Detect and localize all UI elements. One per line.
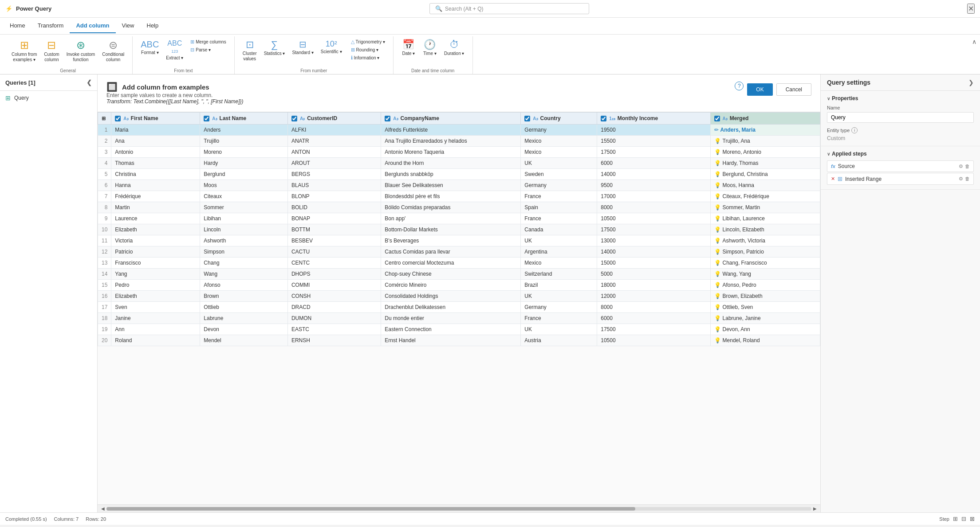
cell-merged[interactable]: 💡Ashworth, Victoria xyxy=(710,235,820,246)
step-inserted-range-delete[interactable]: ✕ xyxy=(831,176,835,182)
table-row[interactable]: 4ThomasHardyAROUTAround the HornUK6000💡H… xyxy=(98,158,820,169)
table-cell[interactable]: Ana Trujillo Emaredados y helados xyxy=(381,136,521,147)
table-cell[interactable]: Victoria xyxy=(111,235,200,246)
ribbon-format[interactable]: ABC Format ▾ xyxy=(138,38,161,57)
table-cell[interactable]: Blondesddsl père et fils xyxy=(381,191,521,202)
ribbon-custom-column[interactable]: ⊟ Customcolumn xyxy=(41,38,62,64)
applied-steps-chevron[interactable]: ∨ xyxy=(827,152,830,156)
cell-merged[interactable]: 💡Devon, Ann xyxy=(710,324,820,335)
table-cell[interactable]: Comércio Mineiro xyxy=(381,280,521,291)
query-item-query[interactable]: ⊞ Query xyxy=(0,91,97,105)
table-cell[interactable]: Janine xyxy=(111,313,200,324)
table-cell[interactable]: Spain xyxy=(521,202,597,213)
ribbon-time[interactable]: 🕐 Time ▾ xyxy=(420,38,440,58)
status-icon-3[interactable]: ⊠ xyxy=(970,515,975,522)
table-row[interactable]: 20RolandMendelERNSHErnst HandelAustria10… xyxy=(98,335,820,346)
table-cell[interactable]: 12000 xyxy=(597,291,710,302)
table-cell[interactable]: France xyxy=(521,313,597,324)
step-source-settings-icon[interactable]: ⚙ xyxy=(959,164,963,169)
table-cell[interactable]: Sweden xyxy=(521,169,597,180)
table-cell[interactable]: Lincoln xyxy=(200,224,288,235)
table-cell[interactable]: CENTC xyxy=(287,258,381,269)
table-row[interactable]: 7FrédériqueCiteauxBLONPBlondesddsl père … xyxy=(98,191,820,202)
table-cell[interactable]: CONSH xyxy=(287,291,381,302)
cell-merged[interactable]: 💡Berglund, Christina xyxy=(710,169,820,180)
cell-merged[interactable]: 💡Moreno, Antonio xyxy=(710,147,820,158)
table-cell[interactable]: Canada xyxy=(521,224,597,235)
table-cell[interactable]: 13000 xyxy=(597,235,710,246)
table-cell[interactable]: Switzerland xyxy=(521,269,597,280)
ribbon-scientific[interactable]: 10² Scientific ▾ xyxy=(318,38,345,56)
table-cell[interactable]: DUMON xyxy=(287,313,381,324)
table-cell[interactable]: 14000 xyxy=(597,169,710,180)
table-row[interactable]: 5ChristinaBerglundBERGSBerglunds snabbkö… xyxy=(98,169,820,180)
table-cell[interactable]: BERGS xyxy=(287,169,381,180)
table-cell[interactable]: Antonio Moreno Taqueria xyxy=(381,147,521,158)
col-header-country[interactable]: Aᵦ Country xyxy=(521,113,597,125)
ribbon-trigonometry[interactable]: △ Trigonometry ▾ xyxy=(348,38,388,46)
cell-merged[interactable]: 💡Simpson, Patricio xyxy=(710,246,820,258)
ribbon-conditional-column[interactable]: ⊜ Conditionalcolumn xyxy=(99,38,127,64)
table-cell[interactable]: Citeaux xyxy=(200,191,288,202)
table-cell[interactable]: Devon xyxy=(200,324,288,335)
table-cell[interactable]: 17000 xyxy=(597,191,710,202)
table-cell[interactable]: Berglund xyxy=(200,169,288,180)
ribbon-collapse-button[interactable]: ∧ xyxy=(972,38,976,45)
ribbon-information[interactable]: ℹ Information ▾ xyxy=(348,54,388,62)
table-cell[interactable]: Roland xyxy=(111,335,200,346)
cell-merged[interactable]: 💡Trujillo, Ana xyxy=(710,136,820,147)
table-cell[interactable]: Germany xyxy=(521,125,597,136)
help-icon[interactable]: ? xyxy=(735,82,744,90)
scroll-right-arrow[interactable]: ▶ xyxy=(811,506,819,511)
table-row[interactable]: 17SvenOttliebDRACDDrachenblut Delikatess… xyxy=(98,302,820,313)
table-cell[interactable]: Cactus Comidas para llevar xyxy=(381,246,521,258)
table-cell[interactable]: 8000 xyxy=(597,302,710,313)
ribbon-merge-columns[interactable]: ⊞ Merge columns xyxy=(188,38,228,46)
table-cell[interactable]: DHOPS xyxy=(287,269,381,280)
col-header-firstname[interactable]: Aᵦ First Name xyxy=(111,113,200,125)
table-cell[interactable]: 19500 xyxy=(597,125,710,136)
table-row[interactable]: 1MariaAndersALFKIAlfreds FutterkisteGerm… xyxy=(98,125,820,136)
ribbon-cluster-values[interactable]: ⊡ Clustervalues xyxy=(240,38,260,63)
ok-button[interactable]: OK xyxy=(747,83,772,96)
menu-home[interactable]: Home xyxy=(4,19,31,33)
table-cell[interactable]: Mexico xyxy=(521,147,597,158)
table-cell[interactable]: UK xyxy=(521,324,597,335)
table-cell[interactable]: Simpson xyxy=(200,246,288,258)
ribbon-rounding[interactable]: ⊞ Rounding ▾ xyxy=(348,46,388,54)
close-button[interactable]: ✕ xyxy=(967,4,975,14)
table-cell[interactable]: Germany xyxy=(521,302,597,313)
scroll-thumb[interactable] xyxy=(106,507,635,511)
table-cell[interactable]: Eastern Connection xyxy=(381,324,521,335)
table-cell[interactable]: Blauer See Delikatessen xyxy=(381,180,521,191)
table-cell[interactable]: DRACD xyxy=(287,302,381,313)
table-cell[interactable]: 17500 xyxy=(597,147,710,158)
menu-transform[interactable]: Transform xyxy=(31,19,70,33)
cell-merged[interactable]: 💡Mendel, Roland xyxy=(710,335,820,346)
table-cell[interactable]: 6000 xyxy=(597,313,710,324)
status-icon-1[interactable]: ⊞ xyxy=(953,515,958,522)
ribbon-date[interactable]: 📅 Date ▾ xyxy=(399,38,418,58)
table-cell[interactable]: Patricio xyxy=(111,246,200,258)
cell-merged[interactable]: 💡Wang, Yang xyxy=(710,269,820,280)
cancel-button[interactable]: Cancel xyxy=(776,83,811,96)
table-cell[interactable]: Argentina xyxy=(521,246,597,258)
table-row[interactable]: 9LaurenceLibihanBONAPBon app'France10500… xyxy=(98,213,820,224)
table-cell[interactable]: BLONP xyxy=(287,191,381,202)
table-cell[interactable]: Ashworth xyxy=(200,235,288,246)
table-cell[interactable]: Du monde entier xyxy=(381,313,521,324)
table-cell[interactable]: Germany xyxy=(521,180,597,191)
data-table-wrapper[interactable]: ⊞ Aᵦ First Name Aᵦ xyxy=(98,112,820,504)
col-check-customerid[interactable] xyxy=(291,116,297,121)
horizontal-scrollbar[interactable]: ◀ ▶ xyxy=(98,504,820,512)
cell-merged[interactable]: 💡Chang, Franscisco xyxy=(710,258,820,269)
step-inserted-range-delete-icon[interactable]: 🗑 xyxy=(965,176,970,182)
table-cell[interactable]: 15000 xyxy=(597,258,710,269)
ribbon-statistics[interactable]: ∑ Statistics ▾ xyxy=(261,38,288,58)
step-inserted-range-settings-icon[interactable]: ⚙ xyxy=(959,176,963,182)
table-cell[interactable]: 6000 xyxy=(597,158,710,169)
table-cell[interactable]: 10500 xyxy=(597,213,710,224)
table-cell[interactable]: Drachenblut Delikatessen xyxy=(381,302,521,313)
table-row[interactable]: 8MartinSommerBOLIDBólido Comidas prepara… xyxy=(98,202,820,213)
table-cell[interactable]: 17500 xyxy=(597,224,710,235)
